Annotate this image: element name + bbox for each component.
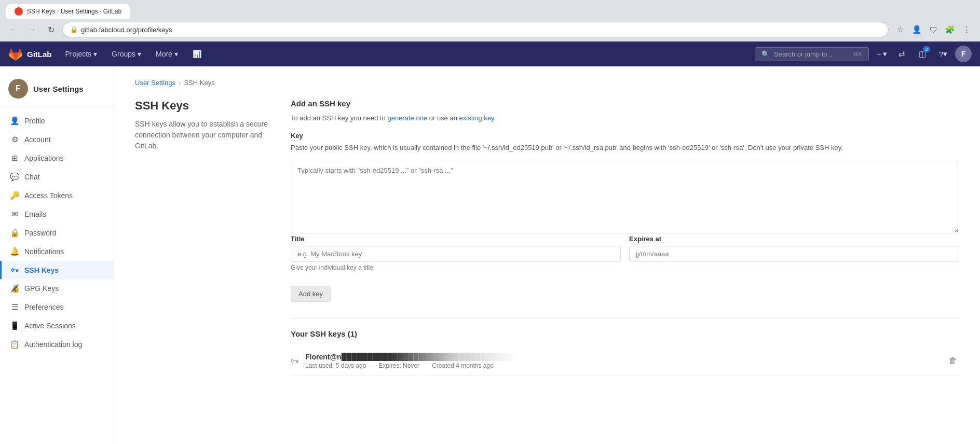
content-grid: SSH Keys SSH keys allow you to establish… [135, 99, 959, 376]
applications-nav-label: Applications [24, 154, 64, 162]
help-icon: ? [939, 50, 943, 59]
activity-icon: 📊 [193, 50, 201, 58]
issues-btn[interactable]: ◫ 2 [914, 45, 931, 63]
sidebar-item-chat[interactable]: 💬 Chat [0, 168, 114, 186]
puzzle-icon[interactable]: 🧩 [943, 22, 957, 37]
shield-icon[interactable]: 🛡 [926, 22, 941, 37]
account-nav-icon: ⚙ [10, 135, 19, 144]
key-field-label: Key [291, 132, 959, 140]
breadcrumb-current: SSH Keys [184, 79, 214, 87]
nav-projects[interactable]: Projects ▾ [60, 47, 103, 61]
active-sessions-nav-label: Active Sessions [24, 322, 76, 330]
bookmark-icon[interactable]: ☆ [893, 22, 907, 37]
ssh-keys-nav-label: SSH Keys [24, 266, 59, 274]
brand-name: GitLab [27, 50, 52, 59]
nav-groups[interactable]: Groups ▾ [106, 47, 146, 61]
page-description: SSH keys allow you to establish a secure… [135, 119, 270, 151]
title-input[interactable] [291, 246, 621, 262]
nav-more[interactable]: More ▾ [151, 47, 183, 61]
add-key-button[interactable]: Add key [291, 286, 331, 302]
address-bar[interactable]: 🔒 gitlab.fabcloud.org/profile/keys [62, 22, 889, 37]
section-divider [291, 318, 959, 319]
password-nav-icon: 🔒 [10, 228, 19, 238]
title-field-label: Title [291, 235, 621, 243]
access-tokens-nav-label: Access Tokens [24, 191, 73, 200]
your-ssh-keys-title: Your SSH keys (1) [291, 329, 959, 338]
sidebar-avatar: F [8, 79, 28, 99]
breadcrumb-separator: › [179, 79, 181, 87]
info-text-middle: or use an [427, 114, 459, 122]
ssh-key-textarea[interactable] [291, 161, 959, 233]
sidebar-item-ssh-keys[interactable]: 🗝 SSH Keys [0, 261, 114, 279]
expires-input[interactable] [629, 246, 959, 262]
account-nav-label: Account [24, 135, 51, 144]
sidebar-item-emails[interactable]: ✉ Emails [0, 205, 114, 224]
help-btn[interactable]: ? ▾ [934, 45, 952, 63]
tab-favicon [15, 7, 23, 16]
key-item-meta: Last used: 5 days ago Expires: Never Cre… [305, 362, 941, 369]
content-area: User Settings › SSH Keys SSH Keys SSH ke… [114, 66, 980, 444]
avatar-letter: F [961, 50, 966, 58]
key-expires: Expires: Never [378, 362, 419, 369]
sidebar-item-notifications[interactable]: 🔔 Notifications [0, 242, 114, 261]
nav-more-label: More [156, 50, 172, 58]
generate-link[interactable]: generate one [387, 114, 427, 122]
forward-button[interactable]: → [25, 22, 39, 37]
form-panel: Add an SSH key To add an SSH key you nee… [291, 99, 959, 376]
sidebar-item-applications[interactable]: ⊞ Applications [0, 149, 114, 168]
title-hint: Give your individual key a title [291, 264, 959, 271]
info-text-after: . [494, 114, 496, 122]
add-info-text: To add an SSH key you need to generate o… [291, 113, 959, 123]
back-button[interactable]: ← [6, 22, 21, 37]
delete-key-button[interactable]: 🗑 [947, 354, 959, 368]
user-avatar-btn[interactable]: F [955, 46, 972, 62]
key-item-info: Florent@n███████████████████████████████… [305, 353, 941, 369]
url-text: gitlab.fabcloud.org/profile/keys [81, 26, 881, 34]
sidebar-user-info: F User Settings [0, 75, 114, 107]
preferences-nav-label: Preferences [24, 303, 63, 311]
nav-groups-label: Groups [112, 50, 135, 58]
sidebar-avatar-letter: F [16, 84, 21, 93]
new-chevron: ▾ [883, 49, 887, 59]
active-sessions-nav-icon: 📱 [10, 321, 19, 330]
key-item-icon: 🗝 [291, 356, 299, 366]
profile-nav-label: Profile [24, 117, 45, 125]
browser-tab[interactable]: SSH Keys · User Settings · GitLab [6, 4, 130, 19]
emails-nav-icon: ✉ [10, 210, 19, 219]
title-expires-row: Title Expires at [291, 235, 959, 262]
breadcrumb-user-settings[interactable]: User Settings [135, 79, 175, 87]
sidebar-item-password[interactable]: 🔒 Password [0, 224, 114, 242]
sidebar-item-active-sessions[interactable]: 📱 Active Sessions [0, 316, 114, 335]
navbar-brand[interactable]: GitLab [8, 47, 52, 61]
chat-nav-icon: 💬 [10, 172, 19, 182]
ssh-key-item: 🗝 Florent@n█████████████████████████████… [291, 346, 959, 376]
app-wrapper: GitLab Projects ▾ Groups ▾ More ▾ 📊 🔍 Se… [0, 41, 980, 444]
notifications-nav-icon: 🔔 [10, 247, 19, 256]
issues-badge: 2 [923, 46, 930, 52]
new-dropdown-btn[interactable]: ＋ ▾ [872, 45, 890, 63]
gpg-keys-nav-label: GPG Keys [24, 284, 59, 293]
sidebar-item-account[interactable]: ⚙ Account [0, 130, 114, 149]
auth-log-nav-label: Authentication log [24, 340, 82, 349]
nav-more-chevron: ▾ [174, 50, 178, 58]
sidebar-item-preferences[interactable]: ☰ Preferences [0, 298, 114, 316]
nav-activity[interactable]: 📊 [187, 47, 207, 61]
sidebar-user-label: User Settings [33, 85, 84, 93]
sidebar-item-profile[interactable]: 👤 Profile [0, 112, 114, 130]
sidebar-item-access-tokens[interactable]: 🔑 Access Tokens [0, 186, 114, 205]
menu-icon[interactable]: ⋮ [959, 22, 974, 37]
page-title: SSH Keys [135, 99, 270, 113]
applications-nav-icon: ⊞ [10, 154, 19, 163]
existing-link[interactable]: existing key [459, 114, 494, 122]
profile-icon[interactable]: 👤 [909, 22, 924, 37]
sidebar-item-gpg-keys[interactable]: 🔏 GPG Keys [0, 279, 114, 298]
merge-requests-icon: ⇄ [899, 49, 905, 59]
left-column: SSH Keys SSH keys allow you to establish… [135, 99, 270, 376]
navbar-right: 🔍 Search or jump to... ⌘K ＋ ▾ ⇄ ◫ 2 ? ▾ … [755, 45, 972, 63]
search-box[interactable]: 🔍 Search or jump to... ⌘K [755, 47, 869, 61]
add-section-title: Add an SSH key [291, 99, 959, 108]
reload-button[interactable]: ↻ [44, 22, 58, 37]
gpg-keys-nav-icon: 🔏 [10, 284, 19, 293]
sidebar-item-authentication-log[interactable]: 📋 Authentication log [0, 335, 114, 354]
merge-requests-btn[interactable]: ⇄ [893, 45, 910, 63]
